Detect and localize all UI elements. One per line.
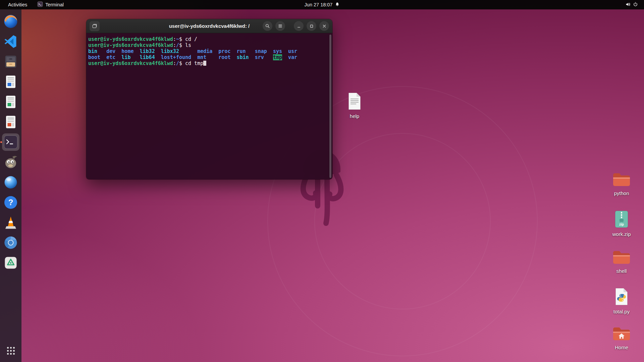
focused-app-label: Terminal	[45, 2, 64, 7]
dock-item-libreoffice-writer[interactable]	[2, 73, 19, 90]
terminal-text	[100, 54, 106, 60]
help-app-icon: ?	[3, 195, 18, 210]
terminal-text: $ ls	[179, 42, 191, 48]
terminal-text	[133, 48, 140, 54]
dock-item-gimp[interactable]	[2, 154, 19, 171]
show-applications-grid-icon	[6, 346, 15, 355]
terminal-text	[115, 54, 121, 60]
terminal-text: :	[173, 60, 176, 66]
desktop-icon-label: work.zip	[612, 232, 631, 237]
terminal-body[interactable]: user@iv-yds6oxrdvkcva4f6klwd:~$ cd /user…	[86, 33, 332, 179]
activities-button[interactable]: Activities	[5, 0, 31, 9]
svg-text:?: ?	[8, 198, 13, 207]
svg-text:zip: zip	[619, 223, 624, 226]
terminal-output: user@iv-yds6oxrdvkcva4f6klwd:~$ cd /user…	[86, 33, 332, 66]
dock-item-firefox[interactable]	[2, 13, 19, 30]
vscode-icon	[3, 34, 18, 49]
desktop-icon-python[interactable]: python	[609, 172, 634, 196]
volume-icon	[625, 2, 631, 8]
gimp-icon	[3, 155, 18, 170]
show-applications-button[interactable]	[2, 342, 19, 359]
top-bar: Activities Terminal Jun 27 18:07	[0, 0, 644, 9]
libreoffice-writer-icon	[3, 74, 18, 89]
terminal-text: run	[237, 48, 246, 54]
notification-bell-icon	[335, 2, 339, 8]
terminal-text: user@iv-yds6oxrdvkcva4f6klwd	[88, 42, 173, 48]
dock-item-vscode[interactable]	[2, 33, 19, 50]
terminal-text: ~	[176, 36, 179, 42]
terminal-text	[130, 54, 140, 60]
terminal-text	[179, 48, 197, 54]
dock-item-vlc[interactable]	[2, 214, 19, 231]
terminal-scrollbar[interactable]	[329, 34, 332, 178]
chromium-icon	[3, 235, 18, 250]
terminal-text	[206, 54, 218, 60]
dock-item-chromium[interactable]	[2, 234, 19, 251]
focused-app-menu[interactable]: Terminal	[34, 0, 67, 9]
desktop-icon-help[interactable]: help	[342, 92, 367, 119]
dock-item-terminal[interactable]	[2, 133, 19, 151]
terminal-text: proc	[218, 48, 230, 54]
libreoffice-calc-icon	[3, 94, 18, 110]
terminal-text	[212, 48, 218, 54]
dock: ?	[0, 9, 21, 362]
close-button[interactable]	[319, 21, 329, 31]
system-menu-button[interactable]	[622, 0, 641, 9]
new-tab-button[interactable]	[90, 21, 100, 31]
terminal-text: $ cd tmp	[179, 60, 203, 66]
dock-item-libreoffice-impress[interactable]	[2, 113, 19, 131]
terminal-text	[230, 48, 236, 54]
terminal-text	[267, 48, 273, 54]
desktop-icon-label: Home	[615, 345, 628, 351]
hamburger-menu-icon	[278, 23, 283, 28]
terminal-text	[264, 54, 273, 60]
desktop-icon-label: python	[614, 191, 629, 196]
window-title: user@iv-yds6oxrdvkcva4f6klwd: /	[169, 23, 250, 29]
clock-button[interactable]: Jun 27 18:07	[301, 0, 343, 9]
dock-item-files[interactable]	[2, 53, 19, 70]
terminal-text	[97, 48, 106, 54]
libreoffice-impress-icon	[3, 114, 18, 130]
minimize-button[interactable]	[294, 21, 304, 31]
desktop-icon-label: help	[350, 114, 359, 119]
menu-button[interactable]	[275, 21, 285, 31]
maximize-icon	[309, 24, 314, 28]
power-icon	[633, 2, 638, 8]
maximize-button[interactable]	[307, 21, 316, 31]
desktop-icon-work_zip[interactable]: zipwork.zip	[609, 210, 634, 237]
terminal-text: user@iv-yds6oxrdvkcva4f6klwd	[88, 36, 173, 42]
dock-item-libreoffice-calc[interactable]	[2, 93, 19, 111]
wallpaper-ring-inner	[315, 133, 490, 309]
search-button[interactable]	[263, 21, 272, 31]
dock-item-blue-sphere-app[interactable]	[2, 174, 19, 191]
terminal-text: dev	[106, 48, 115, 54]
dock-items: ?	[2, 11, 19, 273]
search-icon	[265, 23, 270, 28]
close-icon	[322, 24, 327, 28]
terminal-titlebar[interactable]: user@iv-yds6oxrdvkcva4f6klwd: /	[86, 19, 332, 33]
terminal-text: home	[121, 48, 133, 54]
clock-label: Jun 27 18:07	[305, 2, 333, 7]
terminal-text: var	[288, 54, 297, 60]
files-icon	[3, 54, 18, 69]
scrollbar-thumb[interactable]	[329, 35, 331, 178]
terminal-text	[249, 54, 255, 60]
terminal-text: mnt	[197, 54, 206, 60]
terminal-text: boot	[88, 54, 100, 60]
terminal-text	[115, 48, 121, 54]
desktop-icon-label: shell	[616, 268, 627, 274]
terminal-text: /	[176, 60, 179, 66]
desktop-icon-shell[interactable]: shell	[609, 249, 634, 274]
terminal-text: bin	[88, 48, 97, 54]
dock-item-software-center[interactable]	[2, 254, 19, 272]
terminal-text: snap	[255, 48, 267, 54]
terminal-text	[282, 48, 288, 54]
dock-item-help-app[interactable]: ?	[2, 194, 19, 211]
terminal-text: usr	[288, 48, 297, 54]
terminal-cursor	[203, 61, 206, 66]
desktop-icon-total_py[interactable]: total.py	[609, 287, 634, 315]
work_zip-file-icon: zip	[614, 210, 629, 230]
python-file-icon	[612, 172, 631, 189]
terminal-text: media	[197, 48, 212, 54]
desktop-icon-home[interactable]: Home	[609, 326, 634, 351]
